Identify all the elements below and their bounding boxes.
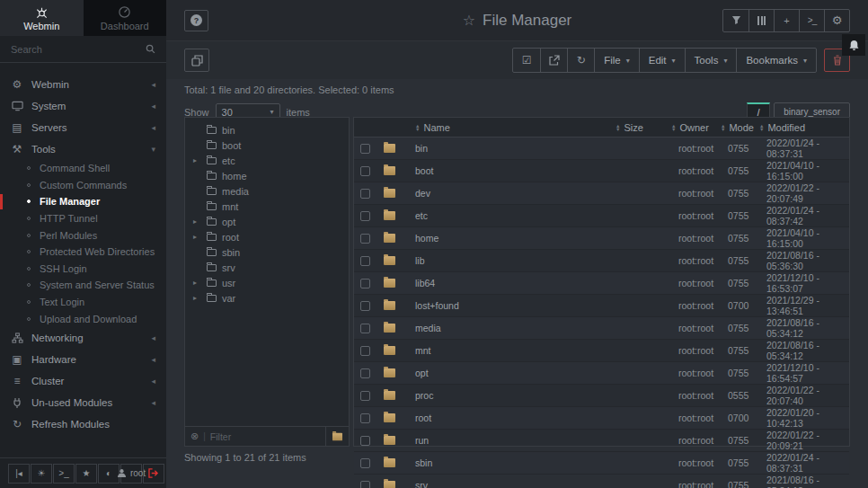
- row-checkbox[interactable]: [360, 391, 370, 401]
- tree-item-opt[interactable]: ▸opt: [185, 214, 349, 229]
- sidebar-category-un-used-modules[interactable]: Un-used Modules◂: [0, 392, 166, 413]
- row-checkbox[interactable]: [360, 413, 370, 423]
- row-checkbox[interactable]: [360, 279, 370, 288]
- caret-right-icon[interactable]: ▸: [193, 294, 207, 302]
- row-checkbox[interactable]: [360, 166, 370, 176]
- sidebar-item-file-manager[interactable]: File Manager: [0, 193, 166, 210]
- sidebar-item-perl-modules[interactable]: Perl Modules: [0, 226, 166, 244]
- file-name[interactable]: lost+found: [403, 300, 614, 311]
- tree-item-srv[interactable]: srv: [185, 260, 349, 275]
- table-row[interactable]: mediaroot:root07552021/08/16 - 05:34:12: [354, 317, 849, 340]
- filter-folder-button[interactable]: [325, 427, 343, 446]
- row-checkbox[interactable]: [360, 436, 370, 446]
- table-row[interactable]: sbinroot:root07552022/01/24 - 08:37:31: [354, 452, 849, 475]
- sort-icon[interactable]: ▲▼: [759, 124, 764, 131]
- sidebar-category-cluster[interactable]: ≡Cluster◂: [0, 370, 166, 392]
- notifications-button[interactable]: [842, 34, 865, 56]
- file-name[interactable]: opt: [403, 368, 614, 378]
- sidebar-category-hardware[interactable]: ▣Hardware◂: [0, 349, 166, 370]
- file-name[interactable]: boot: [403, 165, 614, 176]
- sort-icon[interactable]: ▲▼: [671, 124, 676, 131]
- favorites-star-button[interactable]: ★: [75, 464, 97, 484]
- row-checkbox[interactable]: [360, 211, 370, 221]
- sidebar-item-command-shell[interactable]: Command Shell: [0, 160, 166, 177]
- sidebar-item-system-and-server-status[interactable]: System and Server Status: [0, 277, 166, 294]
- row-checkbox[interactable]: [360, 301, 370, 311]
- refresh-button[interactable]: ↻: [567, 49, 594, 72]
- file-name[interactable]: srv: [403, 480, 614, 488]
- sidebar-category-networking[interactable]: Networking◂: [0, 327, 166, 349]
- sidebar-item-custom-commands[interactable]: Custom Commands: [0, 177, 166, 194]
- file-name[interactable]: root: [403, 413, 614, 423]
- file-name[interactable]: proc: [403, 390, 614, 401]
- copy-path-button[interactable]: [184, 49, 209, 72]
- row-checkbox[interactable]: [360, 256, 370, 266]
- clear-filter-icon[interactable]: ⊗: [190, 430, 199, 442]
- table-row[interactable]: bootroot:root07552021/04/10 - 16:15:00: [354, 160, 849, 182]
- select-all-button[interactable]: ☑: [513, 49, 540, 72]
- sidebar-category-system[interactable]: System◂: [0, 95, 166, 117]
- menu-tools[interactable]: Tools▾: [685, 49, 737, 72]
- menu-bookmarks[interactable]: Bookmarks▾: [736, 49, 816, 72]
- columns-icon[interactable]: [748, 10, 774, 31]
- table-row[interactable]: srvroot:root07552021/08/16 - 05:34:12: [354, 475, 849, 488]
- tab-webmin[interactable]: Webmin: [0, 0, 84, 36]
- sidebar-item-protected-web-directories[interactable]: Protected Web Directories: [0, 244, 166, 261]
- collapse-sidebar-button[interactable]: |◂: [8, 464, 30, 484]
- sort-icon[interactable]: ▲▼: [721, 124, 725, 131]
- menu-file[interactable]: File▾: [594, 49, 639, 72]
- terminal-button[interactable]: >_: [53, 464, 75, 484]
- sort-icon[interactable]: ▲▼: [616, 124, 620, 131]
- tree-item-var[interactable]: ▸var: [185, 290, 349, 306]
- table-row[interactable]: libroot:root07552021/08/16 - 05:36:30: [354, 250, 849, 272]
- file-name[interactable]: dev: [403, 188, 614, 199]
- sort-icon[interactable]: ▲▼: [415, 124, 420, 131]
- tree-item-home[interactable]: home: [185, 168, 349, 183]
- table-row[interactable]: devroot:root07552022/01/22 - 20:07:49: [354, 182, 849, 205]
- row-checkbox[interactable]: [360, 481, 370, 488]
- tree-item-mnt[interactable]: mnt: [185, 199, 349, 214]
- sidebar-category-tools[interactable]: ⚒Tools▾: [0, 138, 166, 160]
- table-row[interactable]: lib64root:root07552021/12/10 - 16:53:07: [354, 272, 849, 295]
- caret-right-icon[interactable]: ▸: [193, 156, 207, 164]
- share-button[interactable]: [540, 49, 567, 72]
- column-header-modified[interactable]: ▲▼Modified: [757, 122, 849, 133]
- column-header-name[interactable]: ▲▼Name: [403, 122, 614, 133]
- row-checkbox[interactable]: [360, 458, 370, 468]
- caret-right-icon[interactable]: ▸: [193, 233, 207, 241]
- sidebar-category-webmin[interactable]: ⚙Webmin◂: [0, 74, 166, 95]
- tree-item-usr[interactable]: ▸usr: [185, 275, 349, 290]
- file-name[interactable]: mnt: [403, 345, 614, 356]
- sidebar-category-servers[interactable]: ▤Servers◂: [0, 117, 166, 138]
- sidebar-item-http-tunnel[interactable]: HTTP Tunnel: [0, 210, 166, 227]
- tree-item-etc[interactable]: ▸etc: [185, 153, 349, 168]
- table-row[interactable]: procroot:root05552022/01/22 - 20:07:40: [354, 385, 849, 407]
- user-button[interactable]: root: [120, 464, 142, 484]
- tree-item-bin[interactable]: bin: [185, 122, 349, 138]
- row-checkbox[interactable]: [360, 346, 370, 356]
- table-row[interactable]: etcroot:root07552022/01/24 - 08:37:42: [354, 205, 849, 227]
- terminal-icon[interactable]: >_: [799, 10, 824, 31]
- filter-icon[interactable]: [723, 10, 748, 31]
- table-row[interactable]: lost+foundroot:root07002021/12/29 - 13:4…: [354, 295, 849, 317]
- logout-button[interactable]: [143, 464, 164, 484]
- row-checkbox[interactable]: [360, 189, 370, 199]
- table-row[interactable]: runroot:root07552022/01/22 - 20:09:21: [354, 430, 849, 452]
- row-checkbox[interactable]: [360, 368, 370, 378]
- search-input[interactable]: [11, 44, 140, 55]
- tree-item-boot[interactable]: boot: [185, 138, 349, 153]
- gear-icon[interactable]: ⚙: [824, 10, 849, 31]
- file-name[interactable]: bin: [403, 143, 614, 154]
- table-row[interactable]: homeroot:root07552021/04/10 - 16:15:00: [354, 227, 849, 250]
- file-name[interactable]: etc: [403, 210, 614, 221]
- plus-icon[interactable]: +: [774, 10, 799, 31]
- help-button[interactable]: ?: [184, 10, 208, 31]
- column-header-owner[interactable]: ▲▼Owner: [669, 122, 719, 133]
- row-checkbox[interactable]: [360, 234, 370, 244]
- file-name[interactable]: lib: [403, 255, 614, 266]
- menu-edit[interactable]: Edit▾: [639, 49, 685, 72]
- tree-item-media[interactable]: media: [185, 183, 349, 199]
- column-header-mode[interactable]: ▲▼Mode: [719, 122, 757, 133]
- theme-sun-button[interactable]: ☀: [31, 464, 52, 484]
- table-row[interactable]: optroot:root07552021/12/10 - 16:54:57: [354, 362, 849, 385]
